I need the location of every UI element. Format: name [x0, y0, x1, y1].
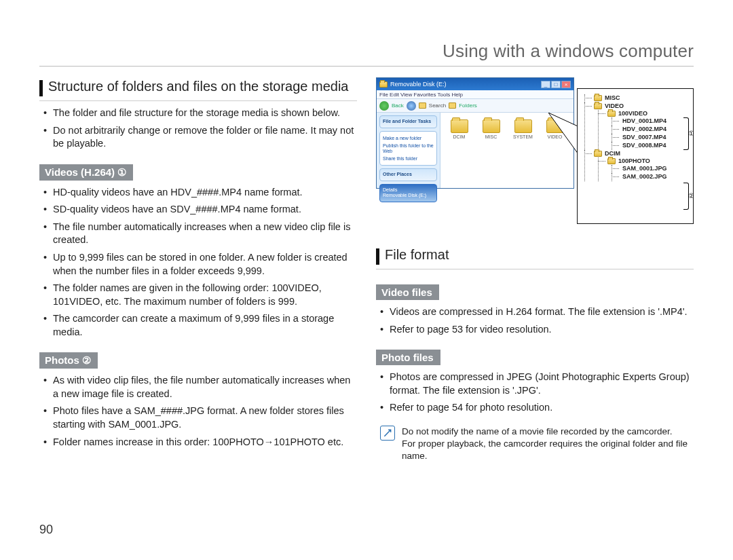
folder-label: MISC — [485, 134, 497, 139]
folder-tree: MISC VIDEO 100VIDEO HDV_0001.MP4 HDV_000… — [577, 88, 694, 224]
forward-icon — [407, 101, 416, 111]
tree-label: 100PHOTO — [618, 157, 650, 164]
folder-label: VIDEO — [548, 134, 563, 139]
tree-node-video: VIDEO 100VIDEO HDV_0001.MP4 HDV_0002.MP4… — [584, 102, 688, 149]
bullet: Videos are compressed in H.264 format. T… — [380, 305, 694, 319]
sidebar-tasks-header: File and Folder Tasks — [379, 115, 437, 128]
tree-label: DCIM — [605, 150, 620, 157]
tree-node-100photo: 100PHOTO SAM_0001.JPG SAM_0002.JPG — [598, 157, 688, 180]
folder-item: SYSTEM — [508, 119, 538, 139]
page-number: 90 — [39, 523, 53, 537]
folder-label: SYSTEM — [513, 134, 533, 139]
sidebar-details: Details Removable Disk (E:) — [379, 184, 437, 203]
bullet: The file number automatically increases … — [43, 221, 357, 247]
folder-icon — [607, 111, 616, 117]
subheading-photo-files: Photo files — [376, 350, 440, 365]
videos-bullets: HD-quality videos have an HDV_####.MP4 n… — [39, 186, 357, 339]
folder-icon — [483, 119, 500, 133]
window-body: File and Folder Tasks Make a new folder … — [377, 113, 574, 188]
folder-label: DCIM — [453, 134, 466, 139]
subheading-videos: Videos (H.264) ① — [39, 164, 133, 181]
bullet: Refer to page 54 for photo resolution. — [380, 401, 694, 415]
sidebar-link: Share this folder — [383, 156, 434, 162]
right-column: Removable Disk (E:) _ □ × File Edit View… — [376, 77, 694, 462]
file-grid: DCIM MISC SYSTEM VIDEO — [440, 113, 574, 188]
folders-icon — [449, 102, 456, 109]
note-text: Do not modify the name of a movie file r… — [402, 426, 694, 463]
tree-file: HDV_0001.MP4 — [612, 117, 688, 124]
tree-file: SDV_0007.MP4 — [612, 134, 688, 141]
folder-icon — [546, 119, 564, 133]
tree-file: HDV_0002.MP4 — [612, 126, 688, 132]
close-icon: × — [561, 81, 571, 88]
annotation-2: ② — [688, 192, 694, 200]
tree-node-100video: 100VIDEO HDV_0001.MP4 HDV_0002.MP4 SDV_0… — [598, 110, 688, 149]
folder-icon — [594, 95, 602, 101]
sidebar-details-t: Removable Disk (E:) — [383, 193, 434, 199]
sidebar-details-h: Details — [383, 187, 434, 193]
note-block: Do not modify the name of a movie file r… — [376, 426, 694, 463]
folder-item: DCIM — [445, 119, 474, 139]
file-label: SDV_0007.MP4 — [621, 134, 666, 141]
annotation-1: ① — [688, 130, 694, 137]
up-icon — [419, 102, 426, 109]
window-toolbar: Back Search Folders — [377, 99, 574, 113]
structure-bullets: The folder and file structure for the st… — [39, 107, 357, 151]
folder-illustration: Removable Disk (E:) _ □ × File Edit View… — [376, 77, 694, 227]
file-label: SDV_0008.MP4 — [621, 142, 666, 149]
bullet: The camcorder can create a maximum of 9,… — [43, 312, 357, 339]
folder-icon — [594, 151, 602, 157]
section-heading-text: Structure of folders and files on the st… — [48, 79, 348, 94]
divider — [39, 66, 694, 67]
search-label: Search — [429, 102, 446, 109]
window-menubar: File Edit View Favorites Tools Help — [377, 90, 574, 99]
folder-icon — [379, 81, 388, 88]
bullet: Refer to page 53 for video resolution. — [380, 323, 694, 337]
folder-icon — [514, 119, 532, 133]
bullet: Photo files have a SAM_####.JPG format. … — [43, 405, 357, 431]
back-label: Back — [392, 102, 404, 109]
video-files-bullets: Videos are compressed in H.264 format. T… — [376, 305, 694, 336]
tree-node-dcim: DCIM 100PHOTO SAM_0001.JPG SAM_0002.JPG — [584, 150, 688, 180]
bullet: As with video clip files, the file numbe… — [43, 374, 357, 400]
tree-label: 100VIDEO — [618, 110, 647, 117]
photo-files-bullets: Photos are compressed in JPEG (Joint Pho… — [376, 371, 694, 415]
sidebar-other-header: Other Places — [379, 168, 437, 181]
bullet: Do not arbitrarily change or remove the … — [43, 124, 357, 151]
window-controls: _ □ × — [541, 81, 571, 88]
note-line: For proper playback, the camcorder requi… — [402, 438, 694, 462]
two-column-layout: Structure of folders and files on the st… — [39, 77, 694, 462]
folder-item: VIDEO — [540, 119, 569, 139]
maximize-icon: □ — [551, 81, 561, 88]
photos-bullets: As with video clip files, the file numbe… — [39, 374, 357, 449]
bullet: Photos are compressed in JPEG (Joint Pho… — [380, 371, 694, 397]
bullet: SD-quality videos have an SDV_####.MP4 n… — [43, 203, 357, 217]
tree-label: VIDEO — [605, 102, 624, 109]
bullet: The folder and file structure for the st… — [43, 107, 357, 120]
file-label: HDV_0001.MP4 — [621, 117, 666, 124]
bullet: Up to 9,999 files can be stored in one f… — [43, 251, 357, 278]
tree-node-misc: MISC — [584, 94, 688, 101]
divider — [376, 269, 694, 269]
subheading-photos: Photos ② — [39, 352, 98, 369]
sidebar-link: Publish this folder to the Web — [383, 143, 434, 155]
sidebar-tasks: Make a new folder Publish this folder to… — [379, 131, 437, 166]
note-line: Do not modify the name of a movie file r… — [402, 426, 694, 438]
file-label: SAM_0002.JPG — [621, 173, 667, 180]
tree-file: SDV_0008.MP4 — [612, 142, 688, 149]
folder-icon — [594, 103, 602, 109]
bullet: The folder names are given in the follow… — [43, 282, 357, 308]
divider — [39, 100, 357, 101]
section-heading-structure: Structure of folders and files on the st… — [39, 79, 357, 96]
folder-item: MISC — [476, 119, 506, 139]
bullet: HD-quality videos have an HDV_####.MP4 n… — [43, 186, 357, 200]
folders-label: Folders — [459, 102, 477, 109]
left-column: Structure of folders and files on the st… — [39, 77, 357, 462]
sidebar: File and Folder Tasks Make a new folder … — [377, 113, 440, 188]
window-titlebar: Removable Disk (E:) _ □ × — [377, 78, 574, 90]
note-icon — [380, 426, 395, 441]
section-heading-text: File format — [385, 247, 449, 263]
subheading-video-files: Video files — [376, 284, 439, 300]
back-icon — [379, 101, 389, 111]
file-label: HDV_0002.MP4 — [621, 126, 666, 132]
